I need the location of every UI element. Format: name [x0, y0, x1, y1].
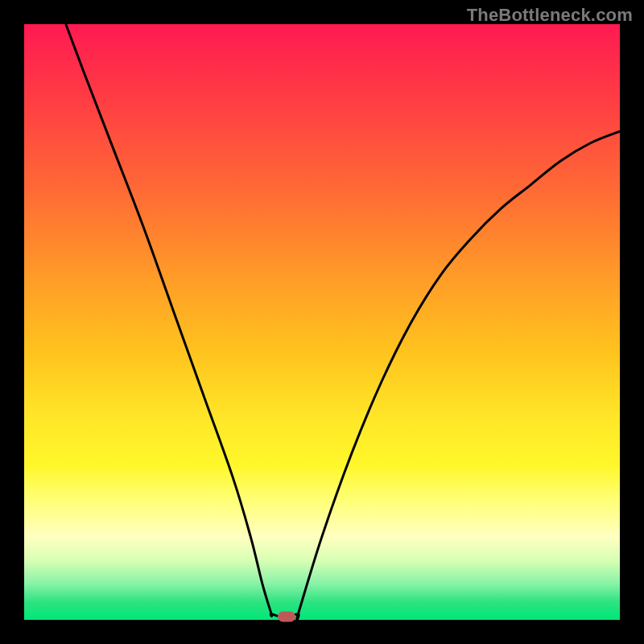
curve-svg: [24, 24, 620, 620]
chart-stage: TheBottleneck.com: [0, 0, 644, 644]
plot-area: [24, 24, 620, 620]
bottleneck-curve-path: [66, 24, 620, 620]
watermark-text: TheBottleneck.com: [467, 5, 633, 26]
